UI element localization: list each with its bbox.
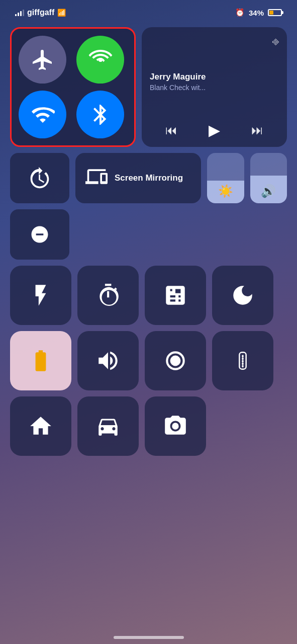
carplay-button[interactable]: [77, 396, 139, 456]
actions-row-2: [10, 331, 287, 390]
np-controls: ⏮ ▶ ⏭: [150, 121, 279, 139]
dark-mode-button[interactable]: [212, 266, 273, 325]
np-header: ⎆: [150, 35, 279, 48]
status-left: giffgaff 📶: [15, 8, 66, 17]
np-subtitle: Blank Check wit...: [150, 84, 279, 92]
carrier-name: giffgaff: [27, 8, 54, 17]
do-not-disturb-button[interactable]: [10, 209, 69, 260]
actions-row-3: [10, 396, 287, 456]
screen-record-button[interactable]: [145, 331, 206, 390]
brightness-icon: ☀️: [218, 184, 233, 198]
flashlight-button[interactable]: [10, 266, 71, 325]
middle-row: Screen Mirroring ☀️ 🔊: [10, 153, 287, 260]
tv-remote-button[interactable]: [212, 331, 273, 390]
wifi-status-icon: 📶: [57, 9, 66, 17]
np-title-block: Jerry Maguire Blank Check wit...: [150, 72, 279, 92]
control-center: ⎆ Jerry Maguire Blank Check wit... ⏮ ▶ ⏭: [0, 22, 297, 461]
np-forward-button[interactable]: ⏭: [251, 123, 263, 137]
status-bar: giffgaff 📶 ⏰ 34%: [0, 0, 297, 22]
screen-mirroring-text: Screen Mirroring: [115, 173, 183, 183]
home-button[interactable]: [10, 396, 71, 456]
bluetooth-button[interactable]: [76, 91, 124, 138]
rotation-lock-button[interactable]: [10, 153, 69, 203]
battery-container: [268, 9, 282, 16]
screen-mirroring-label: Screen Mirroring: [115, 173, 183, 183]
status-right: ⏰ 34%: [235, 8, 282, 17]
wifi-button[interactable]: [19, 91, 66, 138]
alarm-icon: ⏰: [235, 8, 245, 17]
calculator-button[interactable]: [145, 266, 206, 325]
connectivity-widget: [10, 27, 136, 147]
timer-button[interactable]: [77, 266, 139, 325]
home-indicator[interactable]: [114, 636, 184, 639]
signal-bars: [15, 9, 24, 16]
np-rewind-button[interactable]: ⏮: [165, 123, 177, 137]
volume-slider[interactable]: 🔊: [250, 153, 287, 203]
airplay-icon[interactable]: ⎆: [272, 35, 279, 48]
top-row: ⎆ Jerry Maguire Blank Check wit... ⏮ ▶ ⏭: [10, 27, 287, 147]
np-play-button[interactable]: ▶: [209, 121, 220, 139]
actions-row-1: [10, 266, 287, 325]
left-toggles: [10, 153, 69, 260]
sound-recognition-button[interactable]: [77, 331, 139, 390]
screen-mirroring-button[interactable]: Screen Mirroring: [75, 153, 201, 203]
now-playing-widget: ⎆ Jerry Maguire Blank Check wit... ⏮ ▶ ⏭: [142, 27, 287, 147]
hotspot-button[interactable]: [76, 36, 124, 84]
volume-icon: 🔊: [261, 184, 276, 198]
battery-percent: 34%: [249, 9, 264, 17]
battery-icon: [268, 9, 282, 16]
screen-mirroring-icon: [85, 166, 108, 191]
np-title: Jerry Maguire: [150, 72, 279, 82]
airplane-mode-button[interactable]: [19, 36, 66, 84]
battery-fill: [269, 11, 273, 15]
camera-button[interactable]: [145, 396, 206, 456]
svg-point-2: [170, 356, 181, 366]
battery-button[interactable]: [10, 331, 71, 390]
brightness-slider[interactable]: ☀️: [207, 153, 244, 203]
svg-point-9: [172, 423, 178, 429]
sliders: ☀️ 🔊: [207, 153, 287, 260]
